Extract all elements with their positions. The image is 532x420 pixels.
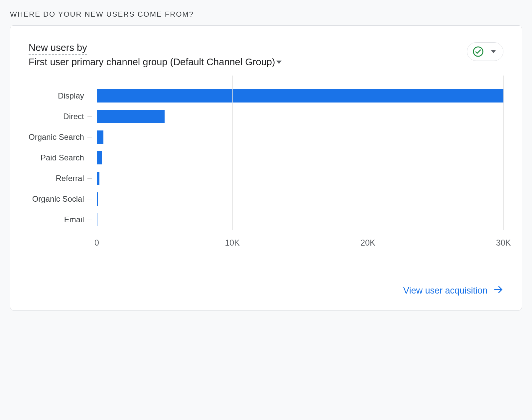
bar xyxy=(97,130,103,144)
metric-label[interactable]: New users by xyxy=(29,42,87,55)
bar-row xyxy=(97,168,503,189)
x-axis-tick-label: 30K xyxy=(496,238,511,248)
dimension-label: First user primary channel group (Defaul… xyxy=(29,57,275,68)
dimension-selector[interactable]: First user primary channel group (Defaul… xyxy=(29,57,282,68)
x-axis-tick-label: 20K xyxy=(360,238,375,248)
bars-container xyxy=(97,86,503,230)
arrow-right-icon xyxy=(493,285,503,297)
bar-chart: DisplayDirectOrganic SearchPaid SearchRe… xyxy=(29,76,503,235)
link-label: View user acquisition xyxy=(403,286,487,296)
bar-row xyxy=(97,189,503,209)
card-header: New users by First user primary channel … xyxy=(29,42,503,68)
x-axis-tick-label: 10K xyxy=(225,238,239,248)
section-heading: WHERE DO YOUR NEW USERS COME FROM? xyxy=(10,10,522,19)
y-axis-label: Referral xyxy=(29,168,92,189)
svg-point-0 xyxy=(473,47,483,56)
x-axis-ticks: 010K20K30K xyxy=(97,238,503,251)
y-axis-label: Organic Social xyxy=(29,189,92,209)
chevron-down-icon xyxy=(491,50,496,53)
status-dropdown-button[interactable] xyxy=(467,42,503,61)
card-title-block: New users by First user primary channel … xyxy=(29,42,282,68)
y-axis-label: Paid Search xyxy=(29,147,92,168)
bar xyxy=(97,172,99,185)
bar-row xyxy=(97,209,503,230)
x-axis: 010K20K30K xyxy=(29,238,503,251)
bar-row xyxy=(97,147,503,168)
y-axis-label: Direct xyxy=(29,106,92,127)
card-footer: View user acquisition xyxy=(29,285,503,297)
bar xyxy=(97,89,503,103)
chevron-down-icon xyxy=(276,61,282,64)
y-axis-label: Display xyxy=(29,86,92,106)
gridline xyxy=(503,76,504,230)
gridline xyxy=(97,76,97,230)
plot-area xyxy=(97,76,503,235)
y-axis-labels: DisplayDirectOrganic SearchPaid SearchRe… xyxy=(29,76,97,235)
gridline xyxy=(232,76,233,230)
bar xyxy=(97,110,165,123)
x-axis-tick-label: 0 xyxy=(94,238,99,248)
bar-row xyxy=(97,86,503,106)
view-user-acquisition-link[interactable]: View user acquisition xyxy=(403,285,503,297)
y-axis-label: Organic Search xyxy=(29,127,92,147)
user-acquisition-card: New users by First user primary channel … xyxy=(10,25,522,311)
gridline xyxy=(368,76,368,230)
x-axis-spacer xyxy=(29,238,97,251)
bar-row xyxy=(97,106,503,127)
y-axis-label: Email xyxy=(29,209,92,230)
bar-row xyxy=(97,127,503,147)
bar xyxy=(97,151,102,164)
check-circle-icon xyxy=(472,46,484,57)
